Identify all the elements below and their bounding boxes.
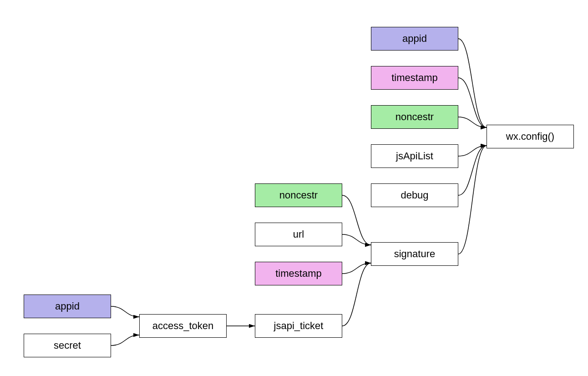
node-label: appid bbox=[55, 300, 80, 312]
node-url: url bbox=[255, 223, 342, 246]
node-signature: signature bbox=[371, 242, 458, 266]
node-wxconfig: wx.config() bbox=[487, 125, 574, 148]
node-jsapi_ticket: jsapi_ticket bbox=[255, 314, 342, 338]
node-noncestr2: noncestr bbox=[371, 105, 458, 129]
edge-secret-to-access_token bbox=[111, 335, 139, 346]
edge-signature-to-wxconfig bbox=[458, 146, 487, 254]
node-label: debug bbox=[400, 189, 428, 201]
node-label: signature bbox=[394, 248, 436, 260]
edge-debug-to-wxconfig bbox=[458, 146, 487, 195]
edge-jsapi_ticket-to-signature bbox=[342, 263, 371, 326]
node-secret: secret bbox=[24, 334, 111, 357]
node-label: jsApiList bbox=[396, 150, 433, 162]
edge-timestamp1-to-signature bbox=[342, 263, 371, 274]
node-appid2: appid bbox=[371, 27, 458, 51]
edge-timestamp2-to-wxconfig bbox=[458, 78, 487, 127]
node-label: url bbox=[293, 229, 304, 240]
edge-appid1-to-access_token bbox=[111, 306, 139, 317]
node-label: appid bbox=[402, 33, 427, 45]
node-noncestr1: noncestr bbox=[255, 183, 342, 207]
node-jsapilist: jsApiList bbox=[371, 144, 458, 168]
node-label: access_token bbox=[152, 320, 214, 332]
node-label: timestamp bbox=[391, 72, 437, 84]
edge-appid2-to-wxconfig bbox=[458, 39, 487, 127]
node-debug: debug bbox=[371, 183, 458, 207]
node-label: wx.config() bbox=[506, 131, 554, 142]
edge-noncestr1-to-signature bbox=[342, 195, 371, 245]
node-label: timestamp bbox=[275, 268, 321, 279]
node-timestamp1: timestamp bbox=[255, 262, 342, 285]
node-timestamp2: timestamp bbox=[371, 66, 458, 90]
node-label: noncestr bbox=[279, 189, 318, 201]
node-label: secret bbox=[54, 340, 81, 351]
edge-url-to-signature bbox=[342, 234, 371, 245]
node-label: jsapi_ticket bbox=[274, 320, 324, 332]
node-appid1: appid bbox=[24, 295, 111, 318]
node-access_token: access_token bbox=[139, 314, 227, 338]
edge-jsapilist-to-wxconfig bbox=[458, 146, 487, 156]
edge-noncestr2-to-wxconfig bbox=[458, 117, 487, 127]
node-label: noncestr bbox=[395, 111, 434, 123]
